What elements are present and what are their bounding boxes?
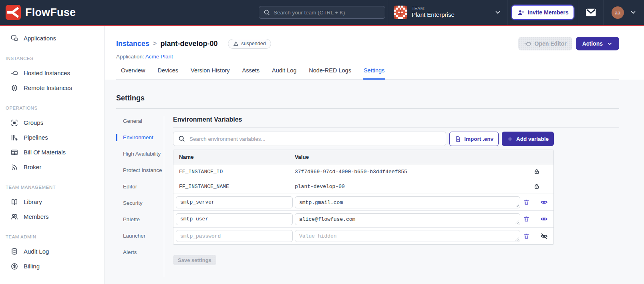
- instance-header: Instances > plant-develop-00 suspended: [105, 26, 644, 80]
- column-header-name: Name: [173, 154, 295, 160]
- team-label: TEAM:: [412, 6, 455, 11]
- actions-button[interactable]: Actions: [576, 37, 619, 50]
- invite-members-button[interactable]: Invite Members: [511, 5, 574, 20]
- env-var-value-wrap: alice@flowfuse.com: [295, 213, 520, 225]
- chevron-down-icon: [607, 41, 613, 47]
- toggle-visibility-button[interactable]: [540, 232, 548, 240]
- sidebar-item-groups[interactable]: Groups: [0, 115, 105, 130]
- hosted-instances-icon: [10, 69, 18, 77]
- env-var-name-input[interactable]: [176, 230, 293, 242]
- sidebar-item-label: Broker: [24, 164, 41, 170]
- sidebar-item-broker[interactable]: Broker: [0, 160, 105, 174]
- tab-overview[interactable]: Overview: [120, 66, 146, 80]
- env-search-input[interactable]: [173, 132, 446, 146]
- env-var-value-wrap: smtp.gmail.com: [295, 196, 520, 208]
- settings-nav-alerts[interactable]: Alerts: [116, 249, 164, 256]
- sidebar-item-members[interactable]: Members: [0, 209, 105, 224]
- sidebar-item-bill-of-materials[interactable]: Bill Of Materials: [0, 145, 105, 160]
- table-row: smtp.gmail.com: [173, 194, 553, 211]
- brand[interactable]: FlowFuse: [0, 0, 76, 25]
- env-var-value-input[interactable]: [295, 230, 520, 242]
- plus-icon: [507, 136, 513, 142]
- delete-variable-button[interactable]: [523, 233, 530, 240]
- actions-label: Actions: [582, 40, 603, 47]
- editor-node-icon: [524, 40, 531, 48]
- tab-audit-log[interactable]: Audit Log: [271, 66, 297, 80]
- tab-devices[interactable]: Devices: [157, 66, 179, 80]
- env-variables-table: Name Value FF_INSTANCE_ID 37f7d969-97cd-…: [173, 150, 554, 245]
- env-var-value: plant-develop-00: [295, 184, 520, 190]
- users-icon: [10, 213, 18, 221]
- sidebar-item-pipelines[interactable]: Pipelines: [0, 130, 105, 145]
- add-variable-button[interactable]: Add variable: [502, 132, 554, 146]
- save-settings-button[interactable]: Save settings: [173, 255, 216, 265]
- import-env-label: Import .env: [464, 136, 493, 142]
- settings-nav: General Environment High Availability Pr…: [116, 116, 164, 277]
- table-header: Name Value: [173, 150, 553, 164]
- delete-variable-button[interactable]: [523, 216, 530, 222]
- chevron-down-icon: [494, 9, 501, 16]
- main-content: Instances > plant-develop-00 suspended: [105, 26, 644, 284]
- env-var-value-input[interactable]: smtp.gmail.com: [295, 196, 520, 208]
- lock-icon: [520, 168, 553, 175]
- settings-nav-environment[interactable]: Environment: [116, 134, 164, 141]
- sidebar-section-operations: OPERATIONS: [6, 106, 105, 111]
- open-editor-button[interactable]: Open Editor: [518, 37, 572, 50]
- sidebar-item-audit-log[interactable]: Audit Log: [0, 244, 105, 259]
- instance-tabs: Overview Devices Version History Assets …: [116, 66, 619, 80]
- notifications-button[interactable]: [578, 0, 604, 25]
- sidebar-section-team-management: TEAM MANAGEMENT: [6, 185, 105, 190]
- settings-nav-high-availability[interactable]: High Availability: [116, 150, 164, 158]
- env-var-value-wrap: [295, 230, 520, 242]
- breadcrumb-instance-name: plant-develop-00: [160, 40, 217, 48]
- book-icon: [10, 198, 18, 206]
- settings-nav-security[interactable]: Security: [116, 200, 164, 207]
- env-var-value-input[interactable]: alice@flowfuse.com: [295, 213, 520, 225]
- tab-settings[interactable]: Settings: [363, 66, 385, 80]
- breadcrumb-instances-link[interactable]: Instances: [116, 40, 149, 48]
- env-var-name-input[interactable]: [176, 213, 293, 225]
- dollar-circle-icon: [10, 262, 18, 270]
- team-selector[interactable]: TEAM: Plant Enterprise: [388, 0, 507, 25]
- tab-node-red-logs[interactable]: Node-RED Logs: [308, 66, 352, 80]
- tab-version-history[interactable]: Version History: [190, 66, 231, 80]
- envelope-icon: [586, 8, 596, 17]
- table-row: FF_INSTANCE_ID 37f7d969-97cd-4000-b650-b…: [173, 164, 553, 179]
- sidebar-item-applications[interactable]: Applications: [0, 31, 105, 46]
- sidebar-item-billing[interactable]: Billing: [0, 259, 105, 274]
- toggle-visibility-button[interactable]: [540, 198, 548, 206]
- sidebar-item-label: Remote Instances: [24, 84, 72, 91]
- settings-nav-general[interactable]: General: [116, 118, 164, 125]
- sidebar-section-instances: INSTANCES: [6, 56, 105, 62]
- eye-icon: [540, 198, 548, 206]
- sidebar-item-library[interactable]: Library: [0, 194, 105, 209]
- sidebar-item-label: Members: [24, 213, 49, 220]
- flowfuse-logo-icon: [6, 5, 21, 20]
- settings-nav-palette[interactable]: Palette: [116, 216, 164, 223]
- import-env-button[interactable]: Import .env: [449, 132, 499, 146]
- sidebar-item-hosted-instances[interactable]: Hosted Instances: [0, 66, 105, 80]
- chevron-down-icon: [630, 9, 637, 16]
- settings-nav-editor[interactable]: Editor: [116, 183, 164, 190]
- lock-icon: [520, 183, 553, 190]
- tab-assets[interactable]: Assets: [242, 66, 261, 80]
- toggle-visibility-button[interactable]: [540, 215, 548, 223]
- user-menu[interactable]: aa: [604, 0, 644, 25]
- sidebar-item-label: Hosted Instances: [24, 70, 70, 76]
- sidebar-item-label: Library: [24, 198, 42, 205]
- table-row: alice@flowfuse.com: [173, 211, 553, 228]
- env-var-name: FF_INSTANCE_NAME: [173, 184, 295, 190]
- settings-nav-protect-instance[interactable]: Protect Instance: [116, 167, 164, 174]
- delete-variable-button[interactable]: [523, 199, 530, 206]
- settings-nav-launcher[interactable]: Launcher: [116, 232, 164, 240]
- sidebar-item-label: Groups: [24, 119, 43, 126]
- sidebar-item-remote-instances[interactable]: Remote Instances: [0, 80, 105, 95]
- eye-icon: [540, 215, 548, 223]
- application-link[interactable]: Acme Plant: [145, 54, 173, 60]
- sidebar-item-label: Bill Of Materials: [24, 149, 66, 156]
- brand-name: FlowFuse: [25, 6, 76, 19]
- team-search-input[interactable]: [259, 6, 385, 19]
- trash-icon: [523, 216, 530, 222]
- sidebar-item-label: Audit Log: [24, 248, 49, 255]
- env-var-name-input[interactable]: [176, 196, 293, 208]
